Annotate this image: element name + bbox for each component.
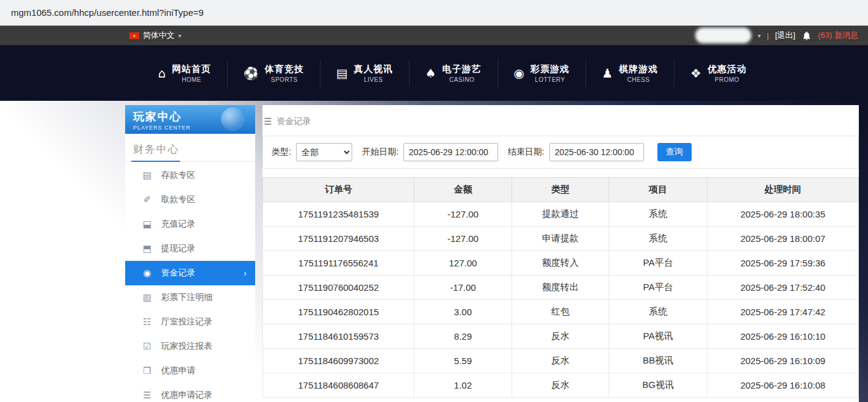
start-date-input[interactable]	[403, 143, 498, 161]
sidebar-item[interactable]: ❒ 优惠申请 ›	[125, 359, 255, 383]
sidebar-section-title: 财务中心	[125, 134, 255, 162]
table-row[interactable]: 17511846086086471.02反水BG视讯2025-06-29 16:…	[263, 373, 859, 398]
nav-item-home[interactable]: ⌂ 网站首页 HOME	[142, 60, 227, 87]
new-message-label: 新消息	[834, 31, 858, 40]
message-count: (63)	[818, 31, 832, 40]
chevron-down-icon[interactable]: ▾	[758, 32, 761, 39]
nav-item-lottery[interactable]: ◉ 彩票游戏 LOTTERY	[497, 60, 585, 87]
start-date-label: 开始日期:	[362, 147, 399, 158]
table-cell: 反水	[512, 324, 609, 349]
column-header: 类型	[512, 178, 609, 202]
nav-item-casino[interactable]: ♠ 电子游艺 CASINO	[409, 60, 497, 87]
table-cell: 额度转出	[512, 276, 609, 300]
sidebar: 玩家中心 PLAYERS CENTER 财务中心 ▤ 存款专区 › ✐ 取款专区…	[125, 105, 255, 402]
table-cell: -127.00	[414, 202, 512, 227]
sidebar-item[interactable]: ☑ 玩家投注报表 ›	[125, 334, 255, 359]
chess-icon: ♟	[602, 67, 613, 79]
table-cell: 1.02	[414, 373, 512, 398]
table-body: 1751191235481539-127.00提款通过系统2025-06-29 …	[263, 202, 859, 398]
table-row[interactable]: 1751191176556241127.00额度转入PA平台2025-06-29…	[263, 251, 859, 276]
china-flag-icon: ★	[129, 32, 139, 39]
chevron-down-icon: ▾	[178, 32, 181, 39]
table-cell: 8.29	[414, 324, 512, 349]
nav-label-en: PROMO	[715, 76, 739, 83]
nav-label-en: SPORTS	[271, 76, 298, 83]
funds-table: 订单号金额类型项目处理时间 1751191235481539-127.00提款通…	[262, 177, 859, 398]
gift-icon: ❖	[690, 67, 701, 79]
table-cell: 1751191207946503	[263, 227, 414, 251]
table-row[interactable]: 17511904628020153.00红包系统2025-06-29 17:47…	[263, 300, 859, 324]
nav-item-lives[interactable]: ▤ 真人视讯 LIVES	[320, 60, 409, 87]
sidebar-item-label: 玩家投注报表	[161, 341, 212, 352]
sidebar-item[interactable]: ⬓ 充值记录 ›	[125, 212, 255, 236]
table-row[interactable]: 1751191207946503-127.00申请提款系统2025-06-29 …	[263, 227, 859, 251]
table-cell: 2025-06-29 16:10:10	[707, 324, 859, 349]
browser-url-bar[interactable]: mgm1065.com/hhcp/usercenter.html?iniType…	[0, 0, 868, 26]
nav-item-promo[interactable]: ❖ 优惠活动 PROMO	[674, 60, 762, 87]
home-icon: ⌂	[158, 67, 166, 79]
end-date-label: 结束日期:	[508, 147, 544, 158]
nav-label-en: CHESS	[627, 76, 650, 83]
nav-label-zh: 彩票游戏	[530, 64, 570, 75]
language-selector[interactable]: ★ 简体中文 ▾	[129, 30, 181, 41]
nav-label-en: LOTTERY	[535, 76, 565, 83]
end-date-input[interactable]	[549, 143, 644, 161]
recharge-log-icon: ⬓	[142, 219, 153, 230]
sidebar-item[interactable]: ◉ 资金记录 ›	[125, 261, 255, 285]
table-row[interactable]: 1751190760040252-17.00额度转出PA平台2025-06-29…	[263, 276, 859, 300]
divider: |	[767, 31, 769, 40]
sidebar-item-label: 优惠申请记录	[161, 390, 212, 401]
nav-label-en: HOME	[182, 76, 201, 83]
sidebar-item-label: 存款专区	[161, 170, 195, 181]
table-cell: 1751191176556241	[263, 251, 414, 276]
sidebar-item[interactable]: ⬒ 提现记录 ›	[125, 236, 255, 261]
table-cell: 申请提款	[512, 227, 609, 251]
table-cell: 1751191235481539	[263, 202, 414, 227]
table-cell: 红包	[512, 300, 609, 324]
bell-icon[interactable]	[801, 31, 812, 41]
language-label: 简体中文	[143, 30, 175, 41]
nav-label-zh: 优惠活动	[707, 64, 747, 75]
table-cell: 1751184610159573	[263, 324, 414, 349]
nav-item-sports[interactable]: ⚽ 体育竞技 SPORTS	[227, 60, 320, 87]
sidebar-item[interactable]: ☷ 厅室投注记录 ›	[125, 310, 255, 334]
sidebar-item-label: 厅室投注记录	[161, 316, 212, 327]
logout-link[interactable]: [退出]	[775, 30, 795, 41]
sidebar-item[interactable]: ▤ 存款专区 ›	[125, 163, 255, 188]
table-cell: 提款通过	[512, 202, 609, 227]
breadcrumb-label: 资金记录	[277, 116, 311, 127]
table-cell: 1751190760040252	[263, 276, 414, 300]
nav-item-chess[interactable]: ♟ 棋牌游戏 CHESS	[585, 60, 674, 87]
sidebar-item-label: 优惠申请	[161, 365, 195, 376]
table-cell: 1751184608608647	[263, 373, 414, 398]
withdraw-icon: ✐	[142, 194, 153, 205]
search-button[interactable]: 查询	[657, 143, 692, 161]
table-row[interactable]: 17511846101595738.29反水PA视讯2025-06-29 16:…	[263, 324, 859, 349]
lottery-bets-icon: ▥	[142, 292, 153, 303]
table-cell: PA平台	[609, 251, 707, 276]
column-header: 项目	[609, 178, 707, 202]
url-text: mgm1065.com/hhcp/usercenter.html?iniType…	[11, 7, 204, 18]
table-cell: BG视讯	[609, 373, 707, 398]
cards-icon: ▤	[336, 67, 348, 79]
table-cell: 额度转入	[512, 251, 609, 276]
sidebar-item[interactable]: ☰ 优惠申请记录 ›	[125, 383, 255, 402]
hall-bets-icon: ☷	[142, 316, 153, 327]
new-message-link[interactable]: (63)新消息	[818, 30, 858, 41]
table-row[interactable]: 17511846099730025.59反水BB视讯2025-06-29 16:…	[263, 349, 859, 373]
main-nav: ⌂ 网站首页 HOME ⚽ 体育竞技 SPORTS ▤ 真人视讯 LIVES ♠…	[142, 60, 762, 87]
table-cell: PA平台	[609, 276, 707, 300]
lottery-icon: ◉	[514, 67, 524, 79]
user-avatar-blurred[interactable]	[695, 27, 751, 43]
sidebar-item[interactable]: ✐ 取款专区 ›	[125, 188, 255, 212]
table-cell: 反水	[512, 373, 609, 398]
sidebar-item[interactable]: ▥ 彩票下注明细 ›	[125, 285, 255, 310]
table-cell: PA视讯	[609, 324, 707, 349]
table-cell: -127.00	[414, 227, 512, 251]
sidebar-title: 玩家中心	[133, 109, 255, 124]
table-cell: 3.00	[414, 300, 512, 324]
table-row[interactable]: 1751191235481539-127.00提款通过系统2025-06-29 …	[263, 202, 859, 227]
top-right-group: ▾ | [退出] (63)新消息	[695, 27, 858, 43]
nav-label-en: CASINO	[449, 76, 474, 83]
type-select[interactable]: 全部	[296, 143, 352, 161]
